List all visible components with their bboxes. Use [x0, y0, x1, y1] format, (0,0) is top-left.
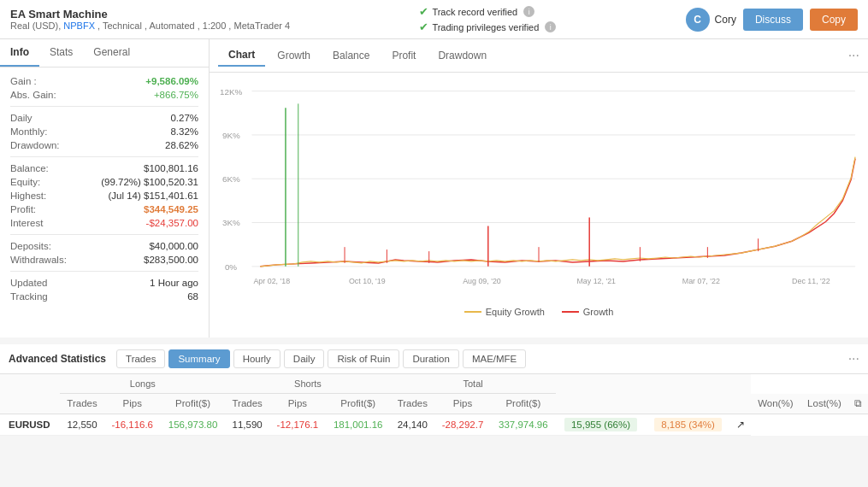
- monthly-value: 8.32%: [170, 126, 198, 137]
- col-action-hdr: ⧉: [848, 394, 868, 414]
- chart-tab-balance[interactable]: Balance: [322, 45, 380, 66]
- chart-more-icon[interactable]: ···: [848, 48, 859, 63]
- chart-tab-drawdown[interactable]: Drawdown: [428, 45, 497, 66]
- col-group-longs: Longs: [60, 374, 225, 394]
- y-label-12k: 12K%: [220, 87, 243, 97]
- left-tabs: Info Stats General: [0, 39, 209, 67]
- bottom-section: Advanced Statistics Trades Summary Hourl…: [0, 337, 868, 436]
- copy-col-icon[interactable]: ⧉: [854, 398, 862, 408]
- daily-value: 0.27%: [170, 113, 198, 123]
- cell-total-trades: 24,140: [391, 414, 435, 435]
- info-icon-trading[interactable]: i: [545, 21, 556, 32]
- stats-more-icon[interactable]: ···: [848, 351, 859, 367]
- stat-tab-hourly[interactable]: Hourly: [233, 349, 280, 368]
- updated-row: Updated 1 Hour ago: [10, 276, 198, 290]
- stat-tab-daily[interactable]: Daily: [284, 349, 325, 368]
- check-icon-trading: ✔: [419, 21, 428, 33]
- col-shorts-profit: Profit($): [326, 394, 391, 414]
- legend-growth: Growth: [562, 307, 613, 317]
- chart-tab-profit[interactable]: Profit: [381, 45, 426, 66]
- broker-link[interactable]: NPBFX: [63, 21, 95, 31]
- equity-label: Equity:: [10, 177, 40, 187]
- cell-longs-trades: 12,550: [60, 414, 104, 435]
- chart-legend: Equity Growth Growth: [218, 303, 859, 322]
- section-title: Advanced Statistics: [9, 353, 106, 365]
- legend-equity: Equity Growth: [464, 307, 545, 317]
- profit-row: Profit: $344,549.25: [10, 202, 198, 216]
- app-info: EA Smart Machine Real (USD), NPBFX , Tec…: [10, 8, 290, 31]
- deposits-row: Deposits: $40,000.00: [10, 239, 198, 253]
- chart-tab-growth[interactable]: Growth: [267, 45, 321, 66]
- stat-tab-trades[interactable]: Trades: [116, 349, 165, 368]
- col-total-profit: Profit($): [491, 394, 556, 414]
- stat-tab-summary[interactable]: Summary: [168, 349, 229, 368]
- tracking-label: Tracking: [10, 291, 48, 302]
- chart-tab-chart[interactable]: Chart: [218, 44, 265, 67]
- cell-total-profit: 337,974.96: [491, 414, 556, 435]
- interest-row: Interest -$24,357.00: [10, 216, 198, 230]
- drawdown-row: Drawdown: 28.62%: [10, 138, 198, 152]
- info-section: Gain : +9,586.09% Abs. Gain: +866.75% Da…: [0, 67, 209, 310]
- stat-tab-duration[interactable]: Duration: [403, 349, 458, 368]
- updated-value: 1 Hour ago: [150, 278, 198, 288]
- app-title: EA Smart Machine: [10, 8, 290, 21]
- gain-label: Gain :: [10, 76, 37, 86]
- tracking-row: Tracking 68: [10, 290, 198, 303]
- growth-line: [260, 159, 855, 267]
- tab-stats[interactable]: Stats: [39, 39, 83, 67]
- balance-row: Balance: $100,801.16: [10, 161, 198, 175]
- legend-line-equity: [464, 311, 481, 313]
- x-label-2: Oct 10, '19: [349, 277, 386, 285]
- highest-value: (Jul 14) $151,401.61: [109, 191, 199, 201]
- cell-shorts-profit: 181,001.16: [326, 414, 391, 435]
- x-label-4: May 12, '21: [576, 277, 616, 285]
- abs-gain-row: Abs. Gain: +866.75%: [10, 88, 198, 102]
- monthly-label: Monthly:: [10, 126, 47, 137]
- deposits-label: Deposits:: [10, 241, 51, 251]
- cell-shorts-pips: -12,176.1: [269, 414, 326, 435]
- info-icon-track[interactable]: i: [523, 6, 534, 17]
- col-lost: [646, 374, 730, 414]
- daily-row: Daily 0.27%: [10, 111, 198, 125]
- copy-button[interactable]: Copy: [810, 9, 858, 31]
- col-group-total: Total: [391, 374, 556, 394]
- gain-row: Gain : +9,586.09%: [10, 74, 198, 88]
- y-label-0: 0%: [225, 262, 237, 272]
- tab-info[interactable]: Info: [0, 39, 39, 67]
- bottom-header: Advanced Statistics Trades Summary Hourl…: [0, 344, 868, 374]
- withdrawals-label: Withdrawals:: [10, 255, 67, 265]
- abs-gain-label: Abs. Gain:: [10, 90, 56, 100]
- col-won-pct-hdr: Won(%): [751, 394, 800, 414]
- legend-growth-label: Growth: [583, 307, 613, 317]
- cell-longs-profit: 156,973.80: [161, 414, 226, 435]
- x-label-5: Mar 07, '22: [682, 277, 720, 285]
- highest-row: Highest: (Jul 14) $151,401.61: [10, 189, 198, 202]
- x-label-1: Apr 02, '18: [253, 277, 290, 285]
- stats-table: Longs Shorts Total Trades Pips Profit($)…: [0, 374, 868, 436]
- stat-tab-risk[interactable]: Risk of Ruin: [328, 349, 399, 368]
- abs-gain-value: +866.75%: [154, 90, 198, 100]
- col-shorts-trades: Trades: [225, 394, 269, 414]
- cell-action[interactable]: ↗: [730, 414, 751, 435]
- growth-chart: 12K% 9K% 6K% 3K% 0% Apr 02, '18 Oct 10, …: [218, 81, 859, 303]
- user-avatar: C Cory: [686, 8, 736, 32]
- equity-value: (99.72%) $100,520.31: [101, 177, 198, 187]
- gain-value: +9,586.09%: [145, 76, 198, 86]
- withdrawals-value: $283,500.00: [144, 255, 198, 265]
- y-label-3k: 3K%: [222, 218, 240, 227]
- cell-longs-pips: -16,116.6: [104, 414, 161, 435]
- daily-label: Daily: [10, 113, 32, 123]
- y-label-9k: 9K%: [222, 131, 240, 140]
- chart-tabs: Chart Growth Balance Profit Drawdown ···: [210, 39, 868, 73]
- discuss-button[interactable]: Discuss: [743, 9, 803, 31]
- col-total-pips: Pips: [434, 394, 491, 414]
- equity-growth-line: [260, 157, 855, 267]
- tab-general[interactable]: General: [83, 39, 140, 67]
- updated-label: Updated: [10, 278, 47, 288]
- balance-value: $100,801.16: [144, 163, 198, 173]
- stat-tab-mae[interactable]: MAE/MFE: [463, 349, 526, 368]
- col-total-trades: Trades: [391, 394, 435, 414]
- cell-won-pct: 15,955 (66%): [556, 414, 647, 435]
- col-won: [556, 374, 647, 414]
- table-row: EURUSD 12,550 -16,116.6 156,973.80 11,59…: [0, 414, 868, 435]
